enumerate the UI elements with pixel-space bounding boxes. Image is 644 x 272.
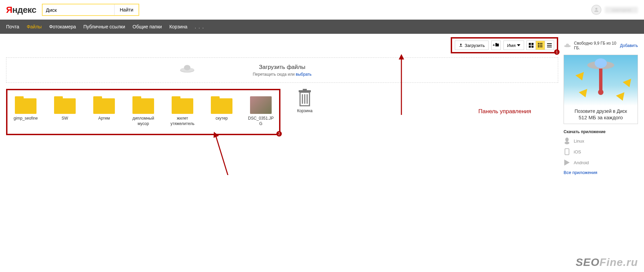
file-name: дипломный мусор xyxy=(129,116,157,126)
apps-title: Скачать приложение xyxy=(564,129,638,134)
file-name: жилет утяжелитель xyxy=(168,116,197,126)
svg-rect-3 xyxy=(495,44,499,46)
app-android[interactable]: Android xyxy=(564,159,638,166)
folder-icon xyxy=(54,96,76,114)
right-column: Свободно 9,9 ГБ из 10 ГБ. Добавить Позов… xyxy=(564,37,638,175)
sort-button[interactable]: Имя xyxy=(503,41,524,50)
svg-rect-20 xyxy=(547,47,552,47)
app-linux[interactable]: Linux xyxy=(564,138,638,144)
my-files-box: gimp_seofine SW Артем дипломный мусор жи… xyxy=(6,89,280,135)
svg-rect-25 xyxy=(299,90,311,92)
header: Яндекс Найти username xyxy=(0,0,644,20)
view-list[interactable] xyxy=(545,41,554,50)
nav-public-links[interactable]: Публичные ссылки xyxy=(83,24,125,29)
nav-bar: Почта Файлы Фотокамера Публичные ссылки … xyxy=(0,20,644,34)
view-large-icons[interactable] xyxy=(526,41,536,50)
nav-trash[interactable]: Корзина xyxy=(169,24,187,29)
dropzone[interactable]: Загрузить файлы Перетащить сюда или выбр… xyxy=(6,57,558,83)
file-item[interactable]: SW xyxy=(51,96,79,126)
dropzone-sub-pre: Перетащить сюда или xyxy=(253,72,296,77)
main: Загрузить + Имя xyxy=(0,34,644,175)
nav-shared-folders[interactable]: Общие папки xyxy=(132,24,162,29)
logo-letter: Я xyxy=(6,5,12,15)
folder-icon xyxy=(211,96,232,114)
dropzone-title: Загрузить файлы xyxy=(259,64,305,71)
app-ios[interactable]: iOS xyxy=(564,148,638,155)
svg-point-37 xyxy=(595,58,607,68)
logo-rest: ндекс xyxy=(12,5,36,15)
svg-rect-14 xyxy=(541,45,542,46)
folder-icon xyxy=(93,96,115,114)
file-item[interactable]: скутер xyxy=(207,96,236,126)
folder-icon xyxy=(172,96,193,114)
file-name: скутер xyxy=(216,116,228,121)
annotation-badge-2: 2 xyxy=(276,131,282,137)
svg-rect-12 xyxy=(538,45,539,46)
svg-rect-13 xyxy=(540,45,541,46)
svg-point-45 xyxy=(565,142,569,144)
search-button[interactable]: Найти xyxy=(114,4,139,15)
file-item[interactable]: дипломный мусор xyxy=(129,96,157,126)
promo-image xyxy=(564,55,638,106)
svg-rect-5 xyxy=(529,43,531,45)
chevron-down-icon xyxy=(517,44,520,46)
svg-marker-40 xyxy=(575,72,584,80)
annotation-panel-label: Панель управления xyxy=(478,108,531,115)
promo-title: Позовите друзей в Диск xyxy=(564,108,638,114)
user-area[interactable]: username xyxy=(591,5,638,15)
play-icon xyxy=(564,159,570,166)
svg-rect-7 xyxy=(529,46,531,48)
file-item[interactable]: DSC_0351.JPG xyxy=(247,96,275,126)
svg-point-44 xyxy=(565,138,569,142)
nav-files[interactable]: Файлы xyxy=(27,24,42,29)
svg-rect-38 xyxy=(599,69,602,92)
folder-icon xyxy=(132,96,154,114)
folder-icon xyxy=(15,96,36,114)
storage-text: Свободно 9,9 ГБ из 10 ГБ. xyxy=(574,41,617,50)
upload-label: Загрузить xyxy=(465,43,485,48)
file-name: gimp_seofine xyxy=(14,116,38,121)
file-item[interactable]: gimp_seofine xyxy=(11,96,40,126)
svg-rect-10 xyxy=(540,43,541,44)
nav-mail[interactable]: Почта xyxy=(6,24,19,29)
nav-camera[interactable]: Фотокамера xyxy=(49,24,76,29)
left-column: Загрузить + Имя xyxy=(6,37,558,175)
search-input[interactable] xyxy=(43,4,114,15)
file-item[interactable]: Артем xyxy=(90,96,118,126)
all-apps-link[interactable]: Все приложения xyxy=(564,170,597,175)
svg-marker-41 xyxy=(623,79,631,87)
grid-large-icon xyxy=(529,43,534,48)
svg-rect-1 xyxy=(460,46,462,47)
plus-folder-icon: + xyxy=(493,43,499,48)
file-name: SW xyxy=(61,116,68,121)
logo[interactable]: Яндекс xyxy=(6,5,36,15)
promo-box[interactable]: Позовите друзей в Диск 512 МБ за каждого xyxy=(564,55,638,124)
storage-info: Свободно 9,9 ГБ из 10 ГБ. Добавить xyxy=(564,37,638,51)
svg-rect-15 xyxy=(538,46,539,47)
svg-line-32 xyxy=(216,135,229,175)
svg-marker-31 xyxy=(399,54,404,59)
storage-add-link[interactable]: Добавить xyxy=(620,43,638,48)
avatar[interactable] xyxy=(591,5,601,15)
svg-text:+: + xyxy=(493,43,495,47)
nav-more[interactable]: . . . xyxy=(195,24,204,29)
arrow-annotation xyxy=(391,54,412,115)
file-item[interactable]: жилет утяжелитель xyxy=(168,96,197,126)
trash-item[interactable]: Корзина xyxy=(291,89,319,114)
upload-button[interactable]: Загрузить xyxy=(455,41,488,50)
sort-label: Имя xyxy=(507,43,516,48)
trash-icon xyxy=(298,89,312,106)
svg-point-39 xyxy=(598,90,603,95)
view-small-icons[interactable] xyxy=(536,41,545,50)
ufo-icon xyxy=(564,43,571,49)
linux-icon xyxy=(564,138,570,144)
dropzone-choose-link[interactable]: выбрать xyxy=(296,72,312,77)
files-area: gimp_seofine SW Артем дипломный мусор жи… xyxy=(6,89,558,135)
view-mode-group xyxy=(527,41,554,50)
svg-point-0 xyxy=(595,8,597,10)
svg-marker-47 xyxy=(564,159,570,166)
svg-point-35 xyxy=(566,44,569,46)
svg-rect-9 xyxy=(538,43,539,44)
svg-rect-4 xyxy=(495,43,497,44)
new-folder-button[interactable]: + xyxy=(491,41,501,50)
